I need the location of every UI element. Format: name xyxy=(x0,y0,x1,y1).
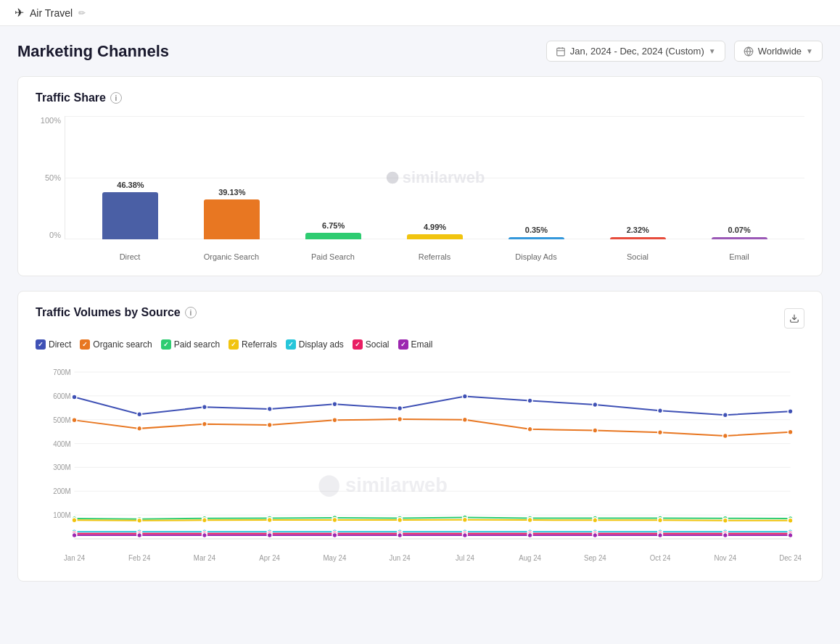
svg-text:300M: 300M xyxy=(53,463,70,471)
chevron-down-icon: ▼ xyxy=(709,47,716,55)
calendar-icon xyxy=(556,46,566,57)
bars-wrapper: 46.38%39.13%6.75%4.99%0.35%2.32%0.07% xyxy=(65,116,804,239)
legend-checkbox: ✓ xyxy=(353,339,363,350)
bar-pct-label: 6.75% xyxy=(322,221,345,230)
bar-chart-area: similarweb 46.38%39.13%6.75%4.99%0.35%2.… xyxy=(65,116,804,239)
edit-icon[interactable]: ✏ xyxy=(78,8,86,18)
svg-point-43 xyxy=(593,428,598,433)
svg-point-104 xyxy=(658,533,663,538)
svg-point-67 xyxy=(593,518,598,523)
bar-group-organic-search: 39.13% xyxy=(181,116,283,239)
legend-item-email[interactable]: ✓Email xyxy=(398,339,433,350)
bar-element xyxy=(508,237,564,239)
bar-element xyxy=(102,192,158,239)
download-button[interactable] xyxy=(784,308,804,329)
legend-label: Email xyxy=(411,339,433,350)
traffic-volumes-info-icon[interactable]: i xyxy=(185,307,197,318)
svg-text:200M: 200M xyxy=(53,487,70,495)
svg-point-23 xyxy=(72,395,77,400)
bar-x-label: Direct xyxy=(79,252,181,261)
traffic-share-info-icon[interactable]: i xyxy=(110,92,122,104)
svg-point-61 xyxy=(202,518,207,523)
bar-chart-y-labels: 100% 50% 0% xyxy=(36,116,61,239)
bar-pct-label: 2.32% xyxy=(627,226,649,234)
svg-point-66 xyxy=(527,518,532,523)
svg-point-65 xyxy=(462,517,467,522)
top-bar-title: Air Travel xyxy=(30,7,73,19)
bar-x-label: Paid Search xyxy=(282,252,384,261)
legend-item-referrals[interactable]: ✓Referrals xyxy=(228,339,277,350)
bar-group-paid-search: 6.75% xyxy=(283,116,384,239)
bar-chart: 100% 50% 0% similarweb 46.38%39.13%6.7 xyxy=(36,116,804,261)
region-selector[interactable]: Worldwide ▼ xyxy=(734,41,823,62)
bar-group-social: 2.32% xyxy=(587,116,688,239)
svg-point-34 xyxy=(788,409,793,414)
svg-point-103 xyxy=(593,533,598,538)
bar-x-label: Social xyxy=(587,252,688,261)
svg-point-98 xyxy=(267,533,272,538)
bar-x-label: Referrals xyxy=(384,252,485,261)
svg-point-59 xyxy=(72,518,77,523)
svg-text:Sep 24: Sep 24 xyxy=(584,554,606,562)
svg-point-69 xyxy=(722,518,728,523)
legend-item-display-ads[interactable]: ✓Display ads xyxy=(286,339,344,350)
svg-point-99 xyxy=(332,533,337,538)
chevron-down-icon-region: ▼ xyxy=(806,47,813,55)
svg-point-42 xyxy=(527,426,532,432)
svg-point-62 xyxy=(267,518,272,523)
traffic-volumes-title: Traffic Volumes by Source i xyxy=(36,306,197,319)
svg-text:Jan 24: Jan 24 xyxy=(64,554,86,562)
legend-item-social[interactable]: ✓Social xyxy=(353,339,390,350)
svg-text:600M: 600M xyxy=(53,392,70,400)
svg-text:Jul 24: Jul 24 xyxy=(456,554,474,562)
svg-point-32 xyxy=(658,408,663,413)
page-header: Marketing Channels Jan, 2024 - Dec, 2024… xyxy=(17,41,823,62)
bar-group-direct: 46.38% xyxy=(80,116,181,239)
date-label: Jan, 2024 - Dec, 2024 (Custom) xyxy=(570,46,704,57)
svg-point-29 xyxy=(462,394,467,399)
legend: ✓Direct✓Organic search✓Paid search✓Refer… xyxy=(36,339,804,350)
bar-x-label: Email xyxy=(688,252,790,261)
legend-item-organic-search[interactable]: ✓Organic search xyxy=(80,339,152,350)
bar-pct-label: 39.13% xyxy=(218,188,245,197)
globe-icon xyxy=(744,46,754,57)
bar-x-label: Organic Search xyxy=(181,252,282,261)
svg-point-60 xyxy=(137,518,142,523)
svg-point-36 xyxy=(137,426,142,431)
svg-point-30 xyxy=(527,398,532,403)
svg-point-44 xyxy=(658,430,663,435)
svg-point-101 xyxy=(462,533,467,538)
bar-x-label: Display Ads xyxy=(485,252,587,261)
svg-text:May 24: May 24 xyxy=(323,554,346,562)
svg-point-24 xyxy=(137,412,142,417)
bar-group-email: 0.07% xyxy=(688,116,790,239)
legend-checkbox: ✓ xyxy=(161,339,171,350)
traffic-volumes-header: Traffic Volumes by Source i xyxy=(36,306,804,331)
svg-point-46 xyxy=(788,429,793,434)
legend-label: Social xyxy=(366,339,390,350)
legend-label: Organic search xyxy=(93,339,152,350)
legend-label: Referrals xyxy=(242,339,277,350)
svg-text:Oct 24: Oct 24 xyxy=(650,554,671,562)
legend-item-direct[interactable]: ✓Direct xyxy=(36,339,71,350)
bar-pct-label: 46.38% xyxy=(117,181,144,189)
bar-element xyxy=(204,199,260,239)
svg-text:⬤ similarweb: ⬤ similarweb xyxy=(318,474,448,497)
svg-point-106 xyxy=(788,533,793,538)
bar-element xyxy=(712,237,767,239)
svg-text:Feb 24: Feb 24 xyxy=(128,554,151,562)
legend-checkbox: ✓ xyxy=(286,339,296,350)
svg-point-33 xyxy=(722,413,728,418)
svg-point-100 xyxy=(398,533,403,538)
svg-point-35 xyxy=(72,418,77,423)
date-selector[interactable]: Jan, 2024 - Dec, 2024 (Custom) ▼ xyxy=(546,41,725,62)
legend-checkbox: ✓ xyxy=(398,339,408,350)
traffic-volumes-card: Traffic Volumes by Source i ✓Direct✓Orga… xyxy=(17,291,823,582)
legend-item-paid-search[interactable]: ✓Paid search xyxy=(161,339,220,350)
line-chart: 700M600M500M400M300M200M100M Jan 24Feb 2… xyxy=(36,361,804,566)
svg-text:700M: 700M xyxy=(53,368,70,376)
svg-point-27 xyxy=(332,402,337,407)
svg-point-25 xyxy=(202,405,207,410)
bar-group-referrals: 4.99% xyxy=(384,116,486,239)
svg-point-63 xyxy=(332,518,337,523)
